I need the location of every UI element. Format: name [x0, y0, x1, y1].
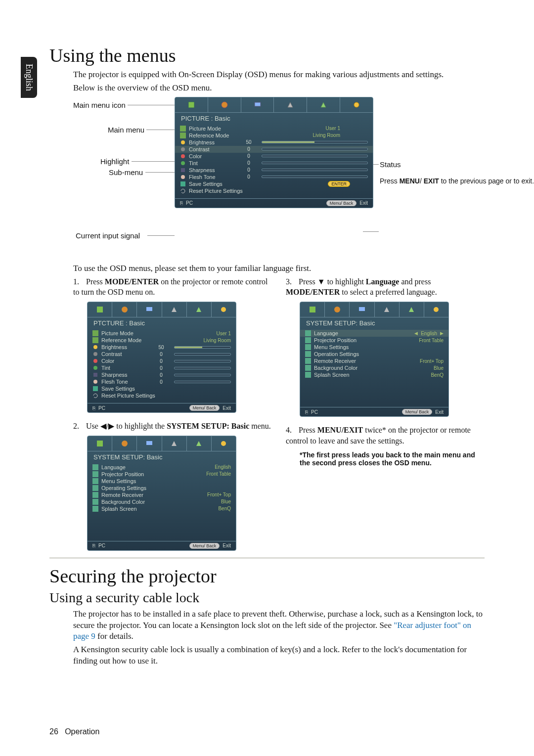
- step-4: 4.Press MENU/EXIT twice* on the projecto…: [286, 425, 485, 446]
- svg-rect-30: [92, 464, 98, 470]
- svg-point-9: [181, 161, 185, 165]
- row-label: Projector Position: [101, 471, 148, 477]
- row-label: Reference Mode: [101, 337, 148, 343]
- input-icon: ⎘: [180, 200, 183, 206]
- row-value: Living Room: [312, 133, 340, 138]
- menu-back-pill[interactable]: Menu/ Back: [189, 405, 220, 411]
- row-value: English: [421, 331, 437, 336]
- svg-rect-2: [255, 102, 261, 106]
- osd-tab-icon[interactable]: [175, 97, 208, 112]
- row-label: Contrast: [189, 146, 236, 152]
- callout-main-menu: Main menu: [108, 126, 144, 134]
- row-label: Projector Position: [314, 337, 361, 343]
- row-value: BenQ: [218, 506, 231, 511]
- language-tab: English: [21, 57, 37, 98]
- osd-tab-icon[interactable]: [241, 97, 274, 112]
- osd-tab-icon[interactable]: [274, 97, 307, 112]
- callout-status: Status: [380, 160, 401, 169]
- row-value: 0: [151, 358, 171, 364]
- row-value: 0: [151, 365, 171, 371]
- foot-exit: Exit: [435, 409, 444, 415]
- osd-row-flesh-tone[interactable]: Flesh Tone0: [175, 174, 373, 180]
- row-label: Language: [101, 464, 148, 470]
- osd-row-brightness[interactable]: Brightness50: [175, 139, 373, 146]
- osd-tab-icon[interactable]: [307, 97, 340, 112]
- row-value: 0: [151, 379, 171, 385]
- heading-cable-lock: Using a security cable lock: [49, 590, 485, 606]
- foot-input: PC: [311, 409, 318, 415]
- callout-main-menu-icon: Main menu icon: [73, 101, 126, 109]
- row-value: 0: [151, 352, 171, 357]
- row-label: Brightness: [101, 344, 148, 350]
- row-value: 50: [151, 345, 171, 350]
- osd-tab-bar: [175, 97, 373, 113]
- slider[interactable]: [262, 148, 368, 150]
- osd-row-reference-mode[interactable]: Reference ModeLiving Room: [175, 132, 373, 139]
- osd-row-tint[interactable]: Tint0: [175, 160, 373, 167]
- foot-input: PC: [98, 405, 105, 411]
- osd-row-contrast[interactable]: Contrast0: [175, 146, 373, 153]
- heading-securing: Securing the projector: [49, 565, 485, 587]
- slider[interactable]: [262, 162, 368, 164]
- row-label: Reset Picture Settings: [189, 188, 263, 194]
- slider[interactable]: [262, 169, 368, 171]
- row-label: Save Settings: [189, 181, 236, 187]
- slider[interactable]: [262, 141, 368, 143]
- svg-rect-46: [305, 365, 311, 371]
- row-label: Splash Screen: [101, 506, 148, 512]
- row-label: Save Settings: [101, 386, 148, 392]
- osd-tab-icon[interactable]: [340, 97, 373, 112]
- row-label: Remote Receiver: [314, 358, 361, 364]
- row-value: Front Table: [419, 338, 444, 343]
- osd-tab-icon[interactable]: [208, 97, 241, 112]
- svg-rect-13: [97, 307, 103, 312]
- row-label: Tint: [101, 365, 148, 371]
- row-label: Picture Mode: [189, 126, 236, 132]
- svg-rect-10: [181, 168, 185, 172]
- svg-point-3: [354, 102, 359, 107]
- heading-using-menus: Using the menus: [49, 44, 485, 66]
- slider[interactable]: [262, 176, 368, 178]
- row-label: Contrast: [101, 351, 148, 357]
- foot-exit: Exit: [222, 543, 231, 548]
- svg-point-24: [93, 380, 97, 384]
- svg-rect-26: [97, 441, 103, 446]
- input-icon: ⎘: [92, 543, 95, 548]
- menu-back-pill[interactable]: Menu/ Back: [402, 409, 433, 415]
- svg-point-20: [93, 352, 97, 356]
- foot-exit: Exit: [359, 200, 368, 206]
- svg-rect-44: [305, 351, 311, 357]
- svg-rect-12: [180, 181, 185, 186]
- osd-step3: SYSTEM SETUP: Basic Language◀English▶ Pr…: [300, 302, 449, 417]
- osd-row-sharpness[interactable]: Sharpness0: [175, 167, 373, 174]
- step-4-note: *The first press leads you back to the m…: [286, 451, 485, 467]
- osd-row-save-settings[interactable]: Save SettingsENTER: [175, 180, 373, 187]
- osd-title: SYSTEM SETUP: Basic: [88, 451, 236, 463]
- enter-pill[interactable]: ENTER: [328, 181, 350, 187]
- row-value: Front+ Top: [207, 492, 231, 497]
- intro-p1: The projector is equipped with On-Screen…: [73, 69, 485, 81]
- menu-back-pill[interactable]: Menu/ Back: [326, 200, 357, 206]
- slider[interactable]: [262, 155, 368, 157]
- osd-row-color[interactable]: Color0: [175, 153, 373, 160]
- language-instruction: To use the OSD menus, please set them to…: [49, 263, 485, 274]
- svg-rect-23: [93, 373, 97, 377]
- menu-back-pill[interactable]: Menu/ Back: [189, 543, 220, 549]
- osd-title: PICTURE : Basic: [175, 113, 373, 124]
- svg-point-19: [93, 345, 97, 349]
- svg-point-6: [181, 140, 185, 144]
- row-value: 0: [239, 160, 259, 166]
- osd-row-picture-mode[interactable]: Picture ModeUser 1: [175, 125, 373, 132]
- osd-row-reset[interactable]: Reset Picture Settings: [175, 187, 373, 194]
- row-value: User 1: [217, 331, 231, 336]
- row-value: Living Room: [203, 338, 231, 343]
- row-label: Brightness: [189, 139, 236, 145]
- security-p2: A Kensington security cable lock is usua…: [73, 644, 485, 667]
- intro-p2: Below is the overview of the OSD menu.: [73, 83, 485, 94]
- row-value: User 1: [326, 126, 340, 131]
- row-label: Flesh Tone: [101, 379, 148, 385]
- osd-main: PICTURE : Basic Picture ModeUser 1 Refer…: [175, 97, 373, 208]
- row-value: 0: [239, 146, 259, 152]
- row-label: Flesh Tone: [189, 174, 236, 180]
- row-label: Background Color: [101, 499, 148, 505]
